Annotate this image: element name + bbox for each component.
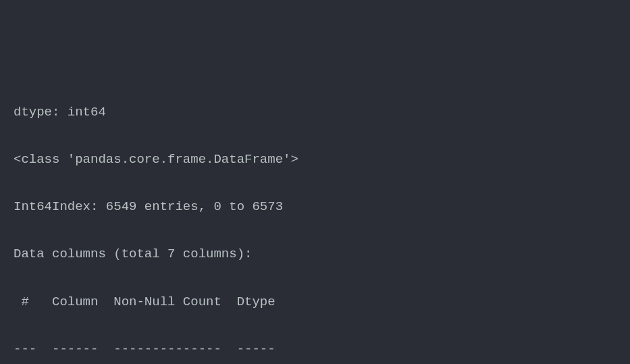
- column-header-row: # Column Non-Null Count Dtype: [14, 290, 616, 314]
- index-line: Int64Index: 6549 entries, 0 to 6573: [14, 195, 616, 219]
- separator-row: --- ------ -------------- -----: [14, 338, 616, 361]
- class-line: <class 'pandas.core.frame.DataFrame'>: [14, 148, 616, 172]
- dtype-line: dtype: int64: [14, 101, 616, 124]
- columns-header-line: Data columns (total 7 columns):: [14, 242, 616, 266]
